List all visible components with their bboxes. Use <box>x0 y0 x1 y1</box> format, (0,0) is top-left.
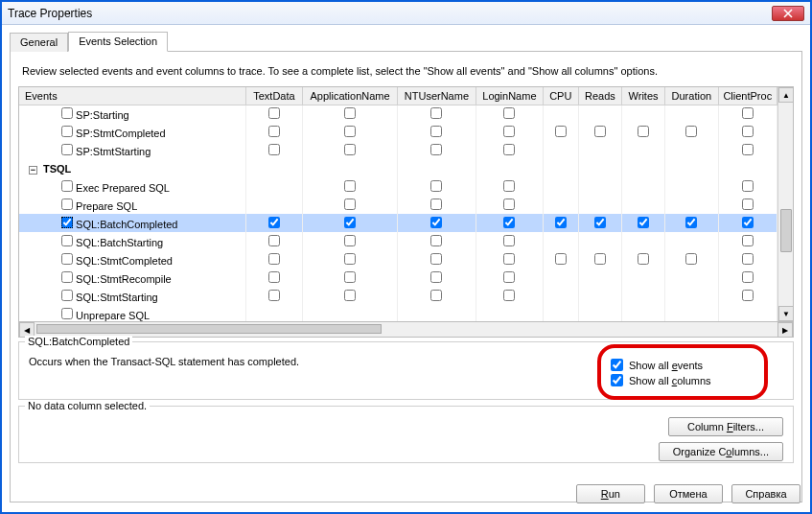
cancel-button[interactable]: Отмена <box>654 484 723 503</box>
cell-checkbox[interactable] <box>430 144 442 155</box>
cell-checkbox[interactable] <box>430 199 442 210</box>
cell-checkbox[interactable] <box>742 217 754 228</box>
cell-checkbox[interactable] <box>503 253 515 265</box>
cell-checkbox[interactable] <box>503 235 515 246</box>
cell-checkbox[interactable] <box>430 217 442 228</box>
cell-checkbox[interactable] <box>503 107 515 119</box>
col-duration[interactable]: Duration <box>665 87 718 105</box>
event-checkbox[interactable] <box>61 217 73 228</box>
cell-checkbox[interactable] <box>503 217 515 228</box>
grid-row-sp-stmtcompleted[interactable]: SP:StmtCompleted <box>19 123 777 141</box>
cell-checkbox[interactable] <box>268 107 280 119</box>
show-all-events-label[interactable]: Show all events <box>629 360 703 371</box>
cell-checkbox[interactable] <box>344 126 356 137</box>
event-checkbox[interactable] <box>61 199 73 210</box>
cell-checkbox[interactable] <box>638 253 649 265</box>
cell-checkbox[interactable] <box>268 290 280 301</box>
cell-checkbox[interactable] <box>344 180 356 192</box>
scroll-down-arrow-icon[interactable]: ▼ <box>778 306 794 321</box>
cell-checkbox[interactable] <box>430 180 442 192</box>
col-loginname[interactable]: LoginName <box>476 87 543 105</box>
column-filters-button[interactable]: Column Filters... <box>668 417 783 436</box>
col-events[interactable]: Events <box>19 87 245 105</box>
event-checkbox[interactable] <box>61 290 73 301</box>
cell-checkbox[interactable] <box>742 290 754 301</box>
grid-vertical-scrollbar[interactable]: ▲ ▼ <box>777 87 793 321</box>
col-ntuser[interactable]: NTUserName <box>397 87 476 105</box>
cell-checkbox[interactable] <box>503 271 515 283</box>
cell-checkbox[interactable] <box>268 144 280 155</box>
cell-checkbox[interactable] <box>555 253 567 265</box>
cell-checkbox[interactable] <box>555 217 567 228</box>
cell-checkbox[interactable] <box>268 271 280 283</box>
grid-row-sp-stmtstarting[interactable]: SP:StmtStarting <box>19 141 777 159</box>
cell-checkbox[interactable] <box>344 199 356 210</box>
cell-checkbox[interactable] <box>503 290 515 301</box>
cell-checkbox[interactable] <box>742 235 754 246</box>
event-checkbox[interactable] <box>61 126 73 137</box>
col-textdata[interactable]: TextData <box>245 87 303 105</box>
cell-checkbox[interactable] <box>638 217 649 228</box>
cell-checkbox[interactable] <box>503 199 515 210</box>
cell-checkbox[interactable] <box>430 253 442 265</box>
cell-checkbox[interactable] <box>742 199 754 210</box>
cell-checkbox[interactable] <box>555 126 567 137</box>
cell-checkbox[interactable] <box>430 107 442 119</box>
cell-checkbox[interactable] <box>268 217 280 228</box>
cell-checkbox[interactable] <box>742 126 754 137</box>
show-all-columns-checkbox[interactable] <box>611 374 623 386</box>
grid-row-sql-batchstarting[interactable]: SQL:BatchStarting <box>19 232 777 250</box>
cell-checkbox[interactable] <box>742 271 754 283</box>
cell-checkbox[interactable] <box>742 253 754 265</box>
grid-row-sql-stmtcompleted[interactable]: SQL:StmtCompleted <box>19 250 777 269</box>
cell-checkbox[interactable] <box>344 217 356 228</box>
col-clientproc[interactable]: ClientProc <box>718 87 777 105</box>
cell-checkbox[interactable] <box>268 253 280 265</box>
close-button[interactable] <box>772 6 804 21</box>
scroll-right-arrow-icon[interactable]: ▶ <box>777 322 793 338</box>
cell-checkbox[interactable] <box>594 217 606 228</box>
cell-checkbox[interactable] <box>344 271 356 283</box>
event-checkbox[interactable] <box>61 253 73 265</box>
grid-row-exec-prepared-sql[interactable]: Exec Prepared SQL <box>19 177 777 196</box>
event-checkbox[interactable] <box>61 144 73 155</box>
event-checkbox[interactable] <box>61 235 73 246</box>
cell-checkbox[interactable] <box>742 107 754 119</box>
tab-events-selection[interactable]: Events Selection <box>68 32 168 52</box>
cell-checkbox[interactable] <box>503 126 515 137</box>
event-checkbox[interactable] <box>61 308 73 319</box>
grid-row-sp-starting[interactable]: SP:Starting <box>19 105 777 123</box>
grid-row-prepare-sql[interactable]: Prepare SQL <box>19 196 777 214</box>
col-writes[interactable]: Writes <box>621 87 664 105</box>
cell-checkbox[interactable] <box>503 144 515 155</box>
organize-columns-button[interactable]: Organize Columns... <box>659 442 783 461</box>
col-reads[interactable]: Reads <box>578 87 621 105</box>
cell-checkbox[interactable] <box>344 253 356 265</box>
event-checkbox[interactable] <box>61 107 73 119</box>
show-all-columns-label[interactable]: Show all columns <box>629 375 711 386</box>
cell-checkbox[interactable] <box>430 235 442 246</box>
scroll-thumb[interactable] <box>780 209 792 252</box>
cell-checkbox[interactable] <box>685 126 697 137</box>
run-button[interactable]: Run <box>576 484 645 503</box>
cell-checkbox[interactable] <box>685 253 697 265</box>
cell-checkbox[interactable] <box>594 253 606 265</box>
cell-checkbox[interactable] <box>638 126 649 137</box>
scroll-up-arrow-icon[interactable]: ▲ <box>778 87 794 103</box>
cell-checkbox[interactable] <box>430 271 442 283</box>
event-checkbox[interactable] <box>61 180 73 192</box>
cell-checkbox[interactable] <box>594 126 606 137</box>
tree-collapse-icon[interactable]: − <box>29 166 37 175</box>
col-appname[interactable]: ApplicationName <box>303 87 398 105</box>
grid-row-sql-stmtrecompile[interactable]: SQL:StmtRecompile <box>19 269 777 287</box>
cell-checkbox[interactable] <box>344 144 356 155</box>
grid-row-sql-stmtstarting[interactable]: SQL:StmtStarting <box>19 287 777 305</box>
grid-row-unprepare-sql[interactable]: Unprepare SQL <box>19 305 777 321</box>
grid-row-tsql[interactable]: −TSQL <box>19 159 777 177</box>
cell-checkbox[interactable] <box>503 180 515 192</box>
event-checkbox[interactable] <box>61 271 73 283</box>
show-all-events-checkbox[interactable] <box>611 359 623 371</box>
cell-checkbox[interactable] <box>344 235 356 246</box>
grid-row-sql-batchcompleted[interactable]: SQL:BatchCompleted <box>19 214 777 232</box>
grid-horizontal-scrollbar[interactable]: ◀ ▶ <box>18 322 794 338</box>
